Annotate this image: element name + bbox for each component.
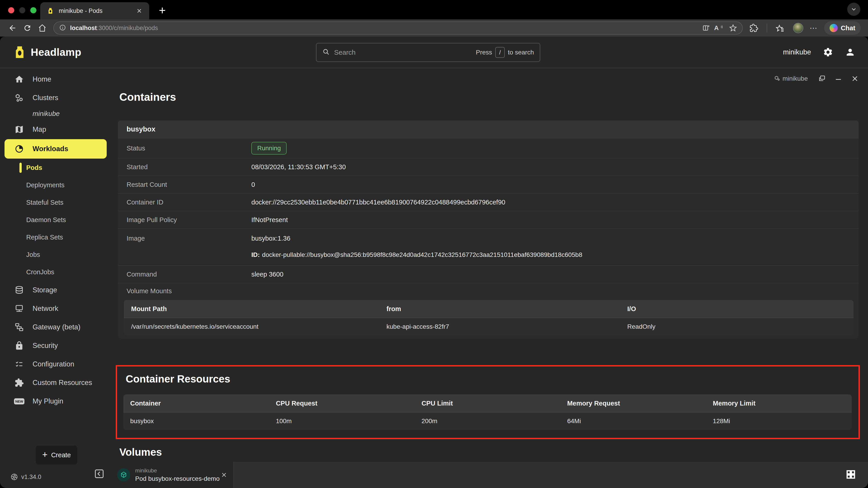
sidebar-item-label: Clusters — [33, 94, 58, 102]
sidebar-item-label: Stateful Sets — [26, 199, 63, 206]
sidebar-item-label: Jobs — [26, 251, 40, 258]
field-label: Restart Count — [127, 181, 251, 188]
browser-tab[interactable]: minikube - Pods — [40, 2, 149, 20]
collections-icon[interactable] — [774, 22, 786, 35]
sidebar-item-storage[interactable]: Storage — [0, 281, 111, 299]
site-info-icon[interactable] — [59, 24, 66, 32]
kubernetes-icon — [10, 473, 18, 481]
sidebar-collapse-icon[interactable] — [94, 468, 104, 480]
sidebar-item-deployments[interactable]: Deployments — [0, 176, 111, 194]
sidebar-item-gateway[interactable]: Gateway (beta) — [0, 318, 111, 336]
url-host: localhost — [70, 25, 97, 31]
sidebar-item-label: Security — [33, 341, 58, 350]
sidebar-item-custom-resources[interactable]: Custom Resources — [0, 373, 111, 392]
field-label: Container ID — [127, 199, 251, 206]
sidebar-item-home[interactable]: Home — [0, 70, 111, 89]
tab-list-chevron-icon[interactable] — [847, 3, 860, 16]
sidebar-item-clusters[interactable]: Clusters — [0, 89, 111, 107]
cpu-request-cell: 100m — [269, 418, 414, 425]
url-text[interactable]: localhost:3000/c/minikube/pods — [70, 25, 698, 32]
extensions-icon[interactable] — [747, 22, 761, 35]
image-pull-policy-row: Image Pull Policy IfNotPresent — [118, 211, 859, 228]
gateway-icon — [14, 322, 24, 332]
storage-icon — [14, 285, 24, 295]
reload-icon[interactable] — [21, 22, 34, 35]
sidebar-item-replica-sets[interactable]: Replica Sets — [0, 229, 111, 246]
lock-icon — [14, 341, 24, 350]
restart-count-row: Restart Count 0 — [118, 175, 859, 193]
panel-cluster-chip: minikube — [774, 75, 808, 82]
sidebar-item-map[interactable]: Map — [0, 120, 111, 139]
field-label: Status — [127, 144, 251, 152]
command-row: Command sleep 3600 — [118, 265, 859, 283]
close-window-button[interactable] — [8, 7, 14, 13]
copilot-chat-button[interactable]: Chat — [824, 21, 861, 35]
column-header: Mount Path — [124, 305, 379, 313]
zoom-window-button[interactable] — [30, 7, 36, 13]
container-card: busybox Status Running Started 08/03/202… — [118, 121, 859, 338]
create-label: Create — [51, 451, 71, 459]
column-header: I/O — [620, 305, 854, 313]
grid-view-icon[interactable] — [845, 468, 857, 481]
image-values: busybox:1.36 ID:docker-pullable://busybo… — [251, 235, 582, 258]
url-bar[interactable]: localhost:3000/c/minikube/pods A — [53, 22, 743, 35]
detail-panel-header: minikube – — [774, 74, 859, 83]
sidebar-item-jobs[interactable]: Jobs — [0, 246, 111, 263]
sidebar-item-network[interactable]: Network — [0, 299, 111, 318]
settings-gear-icon[interactable] — [823, 47, 833, 57]
notification-message: Pod busybox-resources-demo — [135, 475, 216, 482]
headlamp-brand[interactable]: Headlamp — [13, 45, 81, 59]
column-header: Memory Limit — [706, 400, 852, 407]
main-row: Home Clusters minikube Map Workloads — [0, 68, 868, 488]
split-screen-icon[interactable] — [702, 24, 710, 32]
field-label: Command — [127, 271, 251, 278]
sidebar-item-cronjobs[interactable]: CronJobs — [0, 263, 111, 281]
volume-mounts-table: Mount Path from I/O /var/run/secrets/kub… — [124, 300, 854, 335]
field-value: 08/03/2026, 11:30:53 GMT+5:30 — [251, 163, 346, 171]
tab-close-icon[interactable] — [136, 8, 143, 14]
search-icon — [322, 48, 330, 57]
sidebar-item-label: Home — [33, 75, 51, 84]
sidebar-item-configuration[interactable]: Configuration — [0, 355, 111, 373]
sidebar-cluster-minikube[interactable]: minikube — [0, 107, 111, 120]
home-browser-icon[interactable] — [36, 22, 49, 35]
browser-tab-strip: minikube - Pods + — [0, 0, 868, 20]
column-header: Memory Request — [560, 400, 706, 407]
global-search-input[interactable]: Search Press / to search — [316, 43, 540, 62]
notification-close-icon[interactable] — [221, 471, 227, 478]
current-cluster-label[interactable]: minikube — [783, 48, 811, 56]
sidebar-item-label: Deployments — [26, 182, 64, 189]
open-in-new-tab-icon[interactable] — [818, 74, 826, 83]
sidebar-item-label: Workloads — [33, 145, 68, 153]
new-tab-button[interactable]: + — [156, 4, 169, 17]
back-icon[interactable] — [6, 22, 19, 35]
create-button[interactable]: + Create — [36, 446, 77, 464]
profile-avatar[interactable] — [793, 23, 803, 33]
panel-minimize-icon[interactable]: – — [836, 74, 841, 83]
url-path: :3000/c/minikube/pods — [97, 25, 158, 31]
status-row: Status Running — [118, 138, 859, 158]
favorite-star-icon[interactable] — [729, 24, 737, 32]
volumes-section-title: Volumes — [119, 446, 868, 458]
headlamp-logo-icon — [13, 45, 27, 59]
sidebar-item-pods[interactable]: Pods — [0, 159, 111, 176]
sidebar-item-my-plugin[interactable]: NEW My Plugin — [0, 392, 111, 411]
read-aloud-icon[interactable]: A — [714, 24, 725, 32]
sidebar-item-workloads[interactable]: Workloads — [4, 139, 107, 159]
minimize-window-button[interactable] — [19, 7, 25, 13]
tab-title: minikube - Pods — [59, 7, 131, 14]
sidebar-item-label: Pods — [26, 164, 42, 171]
container-resources-section-highlighted: Container Resources Container CPU Reques… — [116, 365, 860, 439]
panel-close-icon[interactable] — [851, 74, 859, 83]
sidebar-item-daemon-sets[interactable]: Daemon Sets — [0, 211, 111, 229]
configuration-icon — [14, 359, 24, 369]
notification-card[interactable]: minikube Pod busybox-resources-demo — [111, 462, 234, 488]
mount-io-cell: ReadOnly — [620, 323, 854, 330]
pod-notification-icon — [117, 468, 130, 482]
volume-mounts-header: Mount Path from I/O — [124, 300, 854, 318]
cpu-limit-cell: 200m — [415, 418, 560, 425]
sidebar-item-security[interactable]: Security — [0, 336, 111, 355]
browser-menu-icon[interactable]: ⋯ — [810, 24, 818, 33]
user-account-icon[interactable] — [845, 47, 855, 57]
sidebar-item-stateful-sets[interactable]: Stateful Sets — [0, 194, 111, 211]
